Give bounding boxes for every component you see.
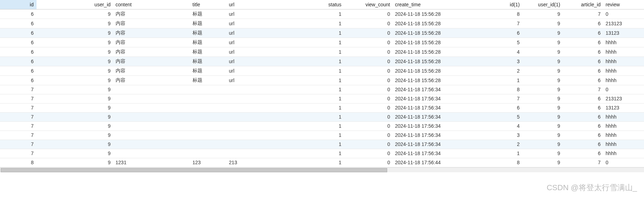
cell-user_id1[interactable]: 9 — [522, 9, 563, 19]
cell-user_id[interactable]: 9 — [37, 131, 113, 140]
cell-id[interactable]: 6 — [0, 66, 37, 75]
cell-url[interactable]: url — [227, 19, 308, 28]
cell-review[interactable]: hhhh — [604, 121, 644, 131]
cell-content[interactable]: 内容 — [113, 28, 190, 38]
cell-url[interactable]: url — [227, 56, 308, 66]
column-header-id1[interactable]: id(1) — [474, 0, 522, 9]
cell-url[interactable]: url — [227, 38, 308, 47]
horizontal-scrollbar[interactable] — [0, 167, 644, 172]
cell-review[interactable]: 0 — [604, 158, 644, 167]
cell-user_id[interactable]: 9 — [37, 121, 113, 131]
cell-status[interactable]: 1 — [308, 38, 344, 47]
cell-url[interactable]: url — [227, 9, 308, 19]
cell-id[interactable]: 7 — [0, 140, 37, 149]
cell-url[interactable]: url — [227, 66, 308, 75]
cell-id1[interactable]: 6 — [474, 103, 522, 112]
cell-user_id1[interactable]: 9 — [522, 47, 563, 56]
cell-user_id[interactable]: 9 — [37, 75, 113, 85]
column-header-status[interactable]: status — [308, 0, 344, 9]
cell-content[interactable] — [113, 94, 190, 103]
cell-content[interactable] — [113, 121, 190, 131]
cell-article_id[interactable]: 7 — [563, 9, 603, 19]
cell-create_time[interactable]: 2024-11-18 15:56:28 — [393, 19, 474, 28]
cell-create_time[interactable]: 2024-11-18 17:56:34 — [393, 131, 474, 140]
cell-id[interactable]: 7 — [0, 131, 37, 140]
cell-title[interactable] — [190, 103, 227, 112]
table-row[interactable]: 69内容标题url102024-11-18 15:56:2869613123 — [0, 28, 644, 38]
cell-article_id[interactable]: 6 — [563, 140, 603, 149]
cell-article_id[interactable]: 6 — [563, 131, 603, 140]
cell-review[interactable]: hhhh — [604, 47, 644, 56]
column-header-create_time[interactable]: create_time — [393, 0, 474, 9]
cell-create_time[interactable]: 2024-11-18 15:56:28 — [393, 75, 474, 85]
cell-title[interactable]: 标题 — [190, 19, 227, 28]
cell-user_id1[interactable]: 9 — [522, 149, 563, 158]
cell-view_count[interactable]: 0 — [344, 158, 393, 167]
cell-article_id[interactable]: 6 — [563, 38, 603, 47]
cell-article_id[interactable]: 6 — [563, 121, 603, 131]
cell-review[interactable]: hhhh — [604, 75, 644, 85]
cell-user_id[interactable]: 9 — [37, 38, 113, 47]
cell-article_id[interactable]: 7 — [563, 85, 603, 94]
table-row[interactable]: 69内容标题url102024-11-18 15:56:28496hhhh — [0, 47, 644, 56]
cell-status[interactable]: 1 — [308, 121, 344, 131]
cell-view_count[interactable]: 0 — [344, 66, 393, 75]
horizontal-scrollbar-thumb[interactable] — [1, 168, 387, 172]
cell-id1[interactable]: 2 — [474, 140, 522, 149]
table-row[interactable]: 69内容标题url102024-11-18 15:56:28596hhhh — [0, 38, 644, 47]
cell-article_id[interactable]: 6 — [563, 103, 603, 112]
cell-view_count[interactable]: 0 — [344, 121, 393, 131]
cell-url[interactable]: url — [227, 28, 308, 38]
table-row[interactable]: 79102024-11-18 17:56:34796213123 — [0, 94, 644, 103]
cell-id1[interactable]: 8 — [474, 85, 522, 94]
cell-title[interactable]: 123 — [190, 158, 227, 167]
cell-user_id1[interactable]: 9 — [522, 140, 563, 149]
cell-user_id[interactable]: 9 — [37, 140, 113, 149]
cell-user_id1[interactable]: 9 — [522, 112, 563, 121]
cell-status[interactable]: 1 — [308, 103, 344, 112]
cell-create_time[interactable]: 2024-11-18 17:56:34 — [393, 112, 474, 121]
cell-review[interactable]: hhhh — [604, 140, 644, 149]
cell-user_id[interactable]: 9 — [37, 47, 113, 56]
cell-article_id[interactable]: 6 — [563, 19, 603, 28]
cell-title[interactable]: 标题 — [190, 9, 227, 19]
cell-content[interactable]: 内容 — [113, 9, 190, 19]
cell-content[interactable] — [113, 85, 190, 94]
cell-content[interactable] — [113, 140, 190, 149]
cell-title[interactable]: 标题 — [190, 66, 227, 75]
column-header-content[interactable]: content — [113, 0, 190, 9]
cell-title[interactable] — [190, 94, 227, 103]
cell-review[interactable]: hhhh — [604, 112, 644, 121]
cell-review[interactable]: 213123 — [604, 94, 644, 103]
cell-user_id1[interactable]: 9 — [522, 94, 563, 103]
column-header-view_count[interactable]: view_count — [344, 0, 393, 9]
cell-review[interactable]: hhhh — [604, 149, 644, 158]
cell-id1[interactable]: 1 — [474, 149, 522, 158]
table-row[interactable]: 69内容标题url102024-11-18 15:56:28296hhhh — [0, 66, 644, 75]
cell-view_count[interactable]: 0 — [344, 149, 393, 158]
cell-user_id1[interactable]: 9 — [522, 38, 563, 47]
cell-review[interactable]: hhhh — [604, 56, 644, 66]
cell-user_id[interactable]: 9 — [37, 149, 113, 158]
cell-title[interactable]: 标题 — [190, 56, 227, 66]
cell-content[interactable]: 内容 — [113, 75, 190, 85]
cell-title[interactable] — [190, 121, 227, 131]
column-header-article_id[interactable]: article_id — [563, 0, 603, 9]
cell-url[interactable] — [227, 85, 308, 94]
cell-status[interactable]: 1 — [308, 9, 344, 19]
column-header-review[interactable]: review — [604, 0, 644, 9]
cell-status[interactable]: 1 — [308, 28, 344, 38]
cell-user_id1[interactable]: 9 — [522, 19, 563, 28]
cell-create_time[interactable]: 2024-11-18 15:56:28 — [393, 66, 474, 75]
cell-id1[interactable]: 7 — [474, 94, 522, 103]
table-row[interactable]: 79102024-11-18 17:56:34396hhhh — [0, 131, 644, 140]
cell-view_count[interactable]: 0 — [344, 28, 393, 38]
cell-status[interactable]: 1 — [308, 140, 344, 149]
cell-url[interactable] — [227, 112, 308, 121]
cell-content[interactable]: 内容 — [113, 47, 190, 56]
column-header-id[interactable]: id — [0, 0, 37, 9]
cell-user_id[interactable]: 9 — [37, 103, 113, 112]
cell-title[interactable] — [190, 85, 227, 94]
cell-content[interactable]: 内容 — [113, 56, 190, 66]
cell-view_count[interactable]: 0 — [344, 85, 393, 94]
